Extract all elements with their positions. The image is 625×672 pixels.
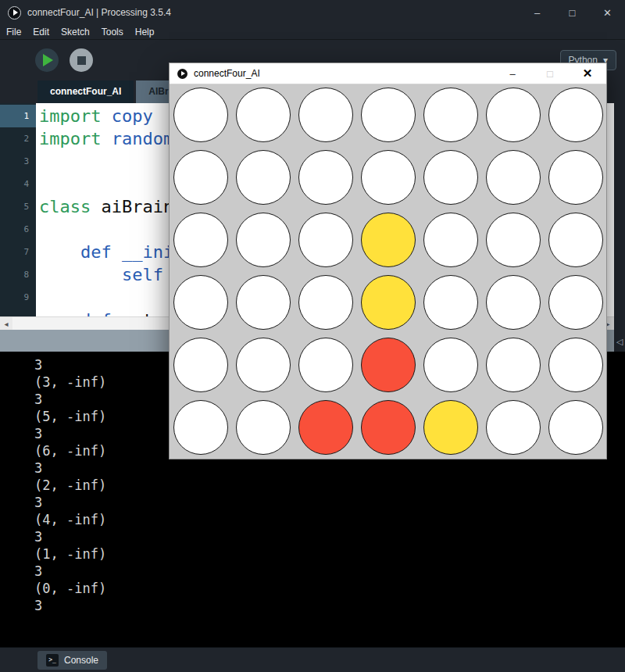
console-line: (4, -inf) (34, 511, 625, 528)
console-tab-label: Console (64, 655, 98, 666)
scroll-left-button[interactable]: ◂ (0, 317, 12, 331)
console-line: 3 (34, 494, 625, 511)
board-cell[interactable] (423, 275, 478, 330)
board-cell[interactable] (173, 213, 228, 267)
board-cell[interactable] (548, 150, 603, 205)
line-number: 4 (0, 173, 36, 195)
board-cell[interactable] (548, 400, 603, 455)
board-cell[interactable] (486, 275, 541, 330)
board-cell[interactable] (236, 338, 291, 392)
board-cell[interactable] (236, 150, 291, 205)
menu-item-sketch[interactable]: Sketch (61, 27, 90, 38)
menu-item-tools[interactable]: Tools (102, 27, 123, 38)
gutter: 12345678910 (0, 103, 36, 316)
console-collapse-button[interactable]: ◁ (614, 337, 625, 347)
board-cell[interactable] (298, 150, 353, 205)
run-button[interactable] (35, 48, 59, 72)
board-cell[interactable] (423, 88, 478, 142)
line-number: 1 (0, 105, 36, 127)
board-cell[interactable] (298, 338, 353, 392)
board-cell[interactable] (486, 338, 541, 392)
console-line: 3 (34, 563, 625, 580)
board-cell[interactable] (173, 400, 228, 455)
board-cell[interactable] (298, 213, 353, 267)
line-number: 9 (0, 286, 36, 309)
board-cell[interactable] (173, 338, 228, 392)
window-titlebar: connectFour_AI | Processing 3.5.4 – □ ✕ (0, 0, 625, 25)
board-cell[interactable] (548, 213, 603, 267)
board-cell[interactable] (486, 400, 541, 455)
board-cell[interactable] (361, 213, 416, 267)
board-cell[interactable] (173, 88, 228, 142)
window-title: connectFour_AI | Processing 3.5.4 (27, 7, 171, 18)
menubar: File Edit Sketch Tools Help (0, 25, 625, 39)
board-cell[interactable] (236, 213, 291, 267)
board-cell[interactable] (236, 400, 291, 455)
game-maximize-button[interactable]: □ (531, 63, 569, 84)
board-cell[interactable] (236, 275, 291, 330)
line-number: 3 (0, 150, 36, 173)
board-cell[interactable] (173, 150, 228, 205)
console-tab-button[interactable]: >_ Console (38, 651, 107, 670)
close-button[interactable]: ✕ (590, 0, 625, 25)
line-number: 7 (0, 241, 36, 263)
board-cell[interactable] (173, 275, 228, 330)
console-line: (2, -inf) (34, 477, 625, 494)
board-cell[interactable] (361, 150, 416, 205)
board-cell[interactable] (298, 88, 353, 142)
board-cell[interactable] (486, 88, 541, 142)
board-cell[interactable] (423, 338, 478, 392)
menu-item-file[interactable]: File (6, 27, 21, 38)
menu-item-help[interactable]: Help (135, 27, 155, 38)
board (170, 84, 606, 455)
board-cell[interactable] (423, 400, 478, 455)
board-cell[interactable] (423, 150, 478, 205)
maximize-button[interactable]: □ (555, 0, 590, 25)
console-line: (1, -inf) (34, 545, 625, 563)
board-cell[interactable] (361, 400, 416, 455)
line-number: 5 (0, 195, 36, 218)
terminal-icon: >_ (46, 654, 59, 667)
board-cell[interactable] (548, 275, 603, 330)
board-cell[interactable] (486, 150, 541, 205)
processing-app-icon (8, 6, 21, 20)
line-number: 2 (0, 127, 36, 150)
game-window: connectFour_AI – □ ✕ (169, 63, 607, 459)
board-cell[interactable] (361, 275, 416, 330)
console-line: (0, -inf) (34, 580, 625, 597)
game-app-icon (177, 69, 188, 79)
line-number: 6 (0, 218, 36, 241)
stop-icon (77, 56, 86, 65)
game-client-area (170, 84, 606, 459)
console-line: 3 (34, 597, 625, 614)
menu-item-edit[interactable]: Edit (33, 27, 49, 38)
console-line: 3 (34, 528, 625, 545)
board-cell[interactable] (298, 400, 353, 455)
footer: >_ Console (0, 647, 625, 672)
board-cell[interactable] (486, 213, 541, 267)
board-cell[interactable] (361, 88, 416, 142)
board-cell[interactable] (423, 213, 478, 267)
tab-connectfour-ai[interactable]: connectFour_AI (38, 80, 134, 103)
board-cell[interactable] (548, 88, 603, 142)
play-icon (43, 54, 53, 66)
game-titlebar: connectFour_AI – □ ✕ (170, 63, 606, 84)
line-number: 8 (0, 263, 36, 286)
minimize-button[interactable]: – (520, 0, 555, 25)
console-line: 3 (34, 459, 625, 477)
board-cell[interactable] (361, 338, 416, 392)
board-cell[interactable] (548, 338, 603, 392)
game-minimize-button[interactable]: – (494, 63, 531, 84)
right-rail: ◁ (614, 80, 625, 352)
game-window-title: connectFour_AI (194, 68, 260, 79)
line-number: 10 (0, 309, 36, 316)
game-close-button[interactable]: ✕ (569, 63, 606, 84)
stop-button[interactable] (70, 48, 93, 72)
board-cell[interactable] (236, 88, 291, 142)
board-cell[interactable] (298, 275, 353, 330)
